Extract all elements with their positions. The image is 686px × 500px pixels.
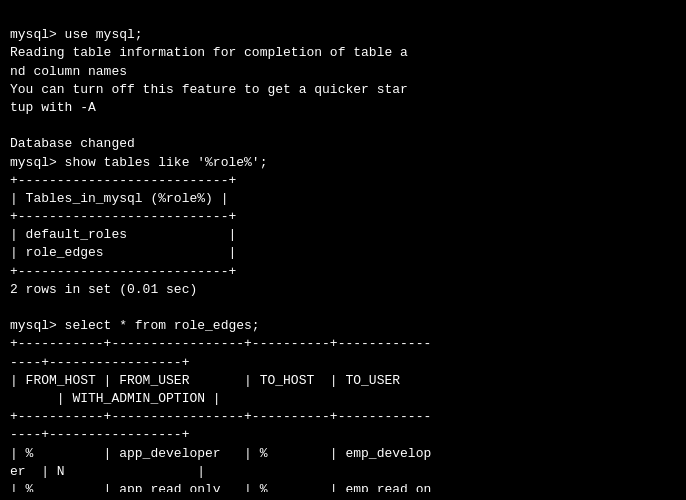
terminal-line: | % | app_developer | % | emp_develop — [10, 445, 676, 463]
terminal-line: nd column names — [10, 63, 676, 81]
terminal-line: | role_edges | — [10, 244, 676, 262]
terminal-line — [10, 117, 676, 135]
terminal-line: mysql> select * from role_edges; — [10, 317, 676, 335]
terminal-line: | default_roles | — [10, 226, 676, 244]
terminal-line: mysql> show tables like '%role%'; — [10, 154, 676, 172]
terminal-line: tup with -A — [10, 99, 676, 117]
terminal-line: 2 rows in set (0.01 sec) — [10, 281, 676, 299]
terminal-line: You can turn off this feature to get a q… — [10, 81, 676, 99]
terminal-window: mysql> use mysql;Reading table informati… — [10, 8, 676, 492]
terminal-line: | WITH_ADMIN_OPTION | — [10, 390, 676, 408]
terminal-line: ----+-----------------+ — [10, 426, 676, 444]
terminal-line: +---------------------------+ — [10, 208, 676, 226]
terminal-line: +-----------+-----------------+---------… — [10, 408, 676, 426]
terminal-line: +---------------------------+ — [10, 263, 676, 281]
terminal-line: | % | app_read_only | % | emp_read_on — [10, 481, 676, 492]
terminal-line — [10, 299, 676, 317]
terminal-line: mysql> use mysql; — [10, 26, 676, 44]
terminal-line: +---------------------------+ — [10, 172, 676, 190]
terminal-line: | Tables_in_mysql (%role%) | — [10, 190, 676, 208]
terminal-line: Database changed — [10, 135, 676, 153]
terminal-line: | FROM_HOST | FROM_USER | TO_HOST | TO_U… — [10, 372, 676, 390]
terminal-line: +-----------+-----------------+---------… — [10, 335, 676, 353]
terminal-line: ----+-----------------+ — [10, 354, 676, 372]
terminal-line: Reading table information for completion… — [10, 44, 676, 62]
terminal-line: er | N | — [10, 463, 676, 481]
